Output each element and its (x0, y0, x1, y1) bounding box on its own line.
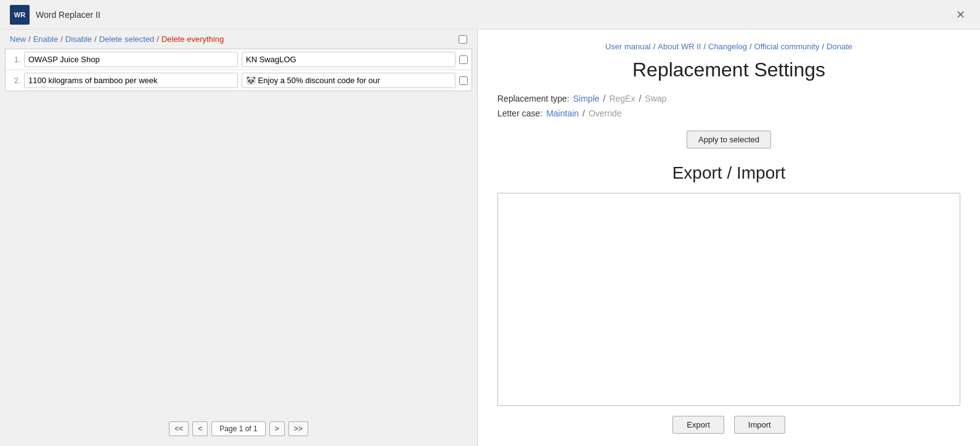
next-page-button[interactable]: > (269, 421, 285, 436)
changelog-link[interactable]: Changelog (708, 42, 747, 51)
about-wrii-link[interactable]: About WR II (658, 42, 701, 51)
right-panel: User manual / About WR II / Changelog / … (478, 30, 980, 446)
settings-title: Replacement Settings (497, 59, 960, 81)
app-title: Word Replacer II (36, 10, 100, 20)
row-checkbox-2[interactable] (459, 76, 468, 85)
nav-sep1: / (653, 42, 656, 51)
apply-btn-container: Apply to selected (497, 131, 960, 148)
replacement-type-row: Replacement type: Simple / RegEx / Swap (497, 94, 960, 103)
page-label: Page 1 of 1 (211, 421, 265, 436)
disable-link[interactable]: Disable (65, 34, 92, 44)
replacement-type-regex[interactable]: RegEx (609, 94, 635, 103)
export-import-textarea[interactable] (497, 193, 960, 406)
toolbar-links: New / Enable / Disable / Delete selected… (10, 34, 224, 44)
delete-selected-link[interactable]: Delete selected (99, 34, 155, 44)
to-input-2[interactable] (242, 73, 455, 88)
from-input-2[interactable] (24, 73, 238, 88)
user-manual-link[interactable]: User manual (605, 42, 651, 51)
titlebar-left: WR Word Replacer II (10, 5, 100, 25)
nav-sep2: / (703, 42, 706, 51)
letter-case-override[interactable]: Override (589, 108, 622, 118)
app-logo: WR (10, 5, 30, 25)
table-row: 1. (6, 49, 472, 70)
row-number: 1. (9, 55, 20, 64)
import-button[interactable]: Import (734, 416, 785, 434)
row-checkbox-1[interactable] (459, 55, 468, 64)
donate-link[interactable]: Donate (827, 42, 852, 51)
type-sep1: / (603, 94, 606, 103)
type-sep2: / (639, 94, 641, 103)
to-input-1[interactable] (242, 52, 455, 67)
letter-case-row: Letter case: Maintain / Override (497, 108, 960, 118)
select-all-checkbox[interactable] (459, 35, 467, 44)
replacement-type-swap[interactable]: Swap (645, 94, 666, 103)
official-community-link[interactable]: Official community (754, 42, 820, 51)
case-sep1: / (582, 108, 585, 118)
first-page-button[interactable]: << (169, 421, 189, 436)
last-page-button[interactable]: >> (288, 421, 308, 436)
rows-container: 1. 2. (5, 49, 472, 91)
export-import-buttons: Export Import (497, 416, 960, 434)
sep2: / (60, 34, 63, 44)
apply-to-selected-button[interactable]: Apply to selected (687, 131, 771, 148)
export-import-title: Export / Import (497, 163, 960, 183)
prev-page-button[interactable]: < (192, 421, 208, 436)
nav-sep4: / (822, 42, 824, 51)
table-row: 2. (6, 70, 472, 91)
letter-case-maintain[interactable]: Maintain (546, 108, 579, 118)
replacement-type-simple[interactable]: Simple (573, 94, 600, 103)
pagination: << < Page 1 of 1 > >> (0, 412, 477, 446)
close-button[interactable]: ✕ (951, 6, 970, 24)
row-number: 2. (9, 76, 20, 85)
new-link[interactable]: New (10, 34, 26, 44)
letter-case-label: Letter case: (497, 108, 542, 118)
sep1: / (28, 34, 31, 44)
from-input-1[interactable] (24, 52, 238, 67)
titlebar: WR Word Replacer II ✕ (0, 0, 980, 30)
main-area: New / Enable / Disable / Delete selected… (0, 30, 980, 446)
replacement-type-label: Replacement type: (497, 94, 570, 103)
sep3: / (94, 34, 97, 44)
export-button[interactable]: Export (672, 416, 724, 434)
top-nav: User manual / About WR II / Changelog / … (497, 42, 960, 51)
sep4: / (157, 34, 159, 44)
delete-everything-link[interactable]: Delete everything (161, 34, 224, 44)
enable-link[interactable]: Enable (33, 34, 58, 44)
nav-sep3: / (749, 42, 752, 51)
left-panel: New / Enable / Disable / Delete selected… (0, 30, 478, 446)
left-toolbar: New / Enable / Disable / Delete selected… (0, 30, 477, 49)
